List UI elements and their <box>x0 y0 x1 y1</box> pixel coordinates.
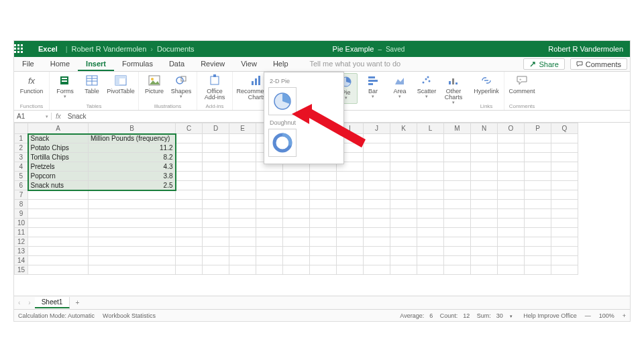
cell[interactable] <box>498 134 525 143</box>
cell[interactable]: Snack <box>28 134 89 143</box>
row-header[interactable]: 5 <box>15 172 28 181</box>
column-header[interactable]: D <box>203 123 229 134</box>
cell[interactable] <box>337 237 364 247</box>
cell[interactable] <box>283 209 310 219</box>
cell[interactable] <box>28 247 89 256</box>
cell[interactable] <box>229 219 256 228</box>
cell[interactable] <box>89 209 176 219</box>
cell[interactable] <box>417 237 444 247</box>
cell[interactable] <box>229 256 256 265</box>
cell[interactable]: 8.2 <box>89 153 176 162</box>
cell[interactable] <box>525 134 551 143</box>
comments-button[interactable]: Comments <box>570 58 627 70</box>
cell[interactable] <box>176 190 203 200</box>
cell[interactable] <box>176 237 203 247</box>
comment-button[interactable]: + Comment <box>508 73 535 95</box>
cell[interactable] <box>176 200 203 209</box>
row-header[interactable]: 6 <box>15 181 28 190</box>
cell[interactable] <box>176 153 203 162</box>
cell[interactable] <box>337 200 364 209</box>
cell[interactable] <box>203 256 229 265</box>
cell[interactable] <box>203 228 229 237</box>
cell[interactable] <box>471 190 498 200</box>
cell[interactable] <box>310 228 337 237</box>
row-header[interactable]: 4 <box>15 162 28 172</box>
app-launcher-icon[interactable] <box>14 44 33 54</box>
cell[interactable] <box>390 228 417 237</box>
row-header[interactable]: 12 <box>15 237 28 247</box>
cell[interactable] <box>444 134 471 143</box>
cell[interactable] <box>364 228 390 237</box>
column-header[interactable]: J <box>364 123 390 134</box>
account-name[interactable]: Robert R Vandermolen <box>541 45 630 53</box>
cell[interactable] <box>471 228 498 237</box>
sheet-nav-prev[interactable]: ‹ <box>14 299 24 306</box>
cell[interactable] <box>417 181 444 190</box>
cell[interactable] <box>525 247 551 256</box>
cell[interactable] <box>417 162 444 172</box>
cell[interactable] <box>337 219 364 228</box>
tab-view[interactable]: View <box>233 57 265 71</box>
document-title[interactable]: Pie Example <box>333 45 374 53</box>
workbook-stats[interactable]: Workbook Statistics <box>103 312 156 319</box>
cell[interactable] <box>364 172 390 181</box>
row-header[interactable]: 7 <box>15 190 28 200</box>
name-box[interactable]: A1 ▾ <box>14 113 52 120</box>
cell[interactable] <box>89 219 176 228</box>
cell[interactable] <box>525 172 551 181</box>
cell[interactable] <box>551 265 578 275</box>
cell[interactable] <box>551 209 578 219</box>
cell[interactable] <box>203 237 229 247</box>
cell[interactable] <box>337 190 364 200</box>
cell[interactable] <box>498 247 525 256</box>
cell[interactable] <box>364 237 390 247</box>
cell[interactable] <box>551 190 578 200</box>
cell[interactable] <box>471 200 498 209</box>
cell[interactable] <box>283 190 310 200</box>
tab-formulas[interactable]: Formulas <box>114 57 161 71</box>
cell[interactable] <box>525 209 551 219</box>
add-sheet-button[interactable]: + <box>70 299 85 306</box>
cell[interactable] <box>256 172 283 181</box>
cell[interactable] <box>390 153 417 162</box>
cell[interactable] <box>498 265 525 275</box>
cell[interactable] <box>525 190 551 200</box>
cell[interactable] <box>176 228 203 237</box>
cell[interactable] <box>364 247 390 256</box>
column-header[interactable]: A <box>28 123 89 134</box>
column-header[interactable]: O <box>498 123 525 134</box>
cell[interactable]: Snack nuts <box>28 181 89 190</box>
cell[interactable] <box>498 219 525 228</box>
share-button[interactable]: Share <box>523 58 564 70</box>
column-header[interactable]: Q <box>551 123 578 134</box>
cell[interactable] <box>390 143 417 153</box>
cell[interactable] <box>256 265 283 275</box>
cell[interactable] <box>256 219 283 228</box>
cell[interactable] <box>89 265 176 275</box>
zoom-level[interactable]: 100% <box>599 312 614 319</box>
cell[interactable] <box>364 134 390 143</box>
cell[interactable] <box>28 219 89 228</box>
cell[interactable] <box>498 256 525 265</box>
cell[interactable] <box>444 162 471 172</box>
cell[interactable] <box>283 256 310 265</box>
cell[interactable]: Pretzels <box>28 162 89 172</box>
cell[interactable] <box>551 219 578 228</box>
cell[interactable] <box>390 200 417 209</box>
cell[interactable] <box>229 237 256 247</box>
help-improve[interactable]: Help Improve Office <box>523 312 576 319</box>
cell[interactable] <box>229 209 256 219</box>
tab-data[interactable]: Data <box>161 57 193 71</box>
cell[interactable]: Popcorn <box>28 172 89 181</box>
cell[interactable] <box>525 256 551 265</box>
cell[interactable] <box>471 153 498 162</box>
cell[interactable] <box>551 228 578 237</box>
cell[interactable] <box>310 190 337 200</box>
cell[interactable] <box>498 172 525 181</box>
cell[interactable] <box>176 247 203 256</box>
cell[interactable]: Potato Chips <box>28 143 89 153</box>
column-header[interactable]: C <box>176 123 203 134</box>
cell[interactable] <box>203 153 229 162</box>
cell[interactable] <box>256 228 283 237</box>
row-header[interactable]: 11 <box>15 228 28 237</box>
